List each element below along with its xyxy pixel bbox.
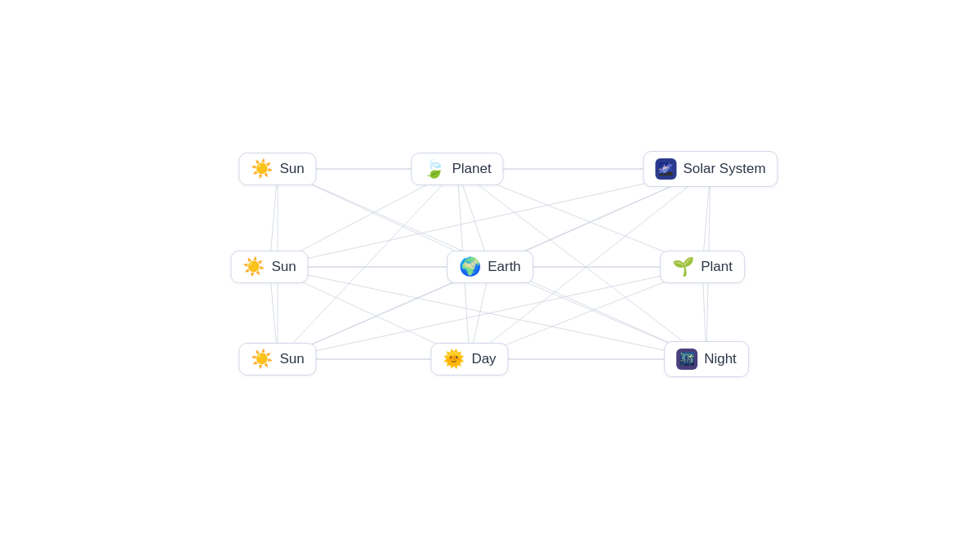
- sun1-label: Sun: [279, 161, 304, 177]
- sun3-label: Sun: [279, 351, 304, 367]
- node-sun1[interactable]: ☀️ Sun: [238, 153, 316, 185]
- earth-icon: 🌍: [459, 258, 481, 276]
- night-icon: 🌃: [676, 349, 697, 370]
- day-label: Day: [471, 351, 496, 367]
- solar-system-icon: 🌌: [655, 158, 676, 180]
- node-planet[interactable]: 🍃 Planet: [411, 153, 503, 185]
- node-solar[interactable]: 🌌 Solar System: [643, 151, 777, 187]
- node-day[interactable]: 🌞 Day: [430, 343, 508, 375]
- plant-label: Plant: [701, 259, 733, 275]
- planet-icon: 🍃: [423, 160, 445, 178]
- earth-label: Earth: [488, 259, 521, 275]
- sun1-icon: ☀️: [251, 160, 273, 178]
- node-sun3[interactable]: ☀️ Sun: [238, 343, 316, 375]
- sun2-icon: ☀️: [243, 258, 265, 276]
- node-earth[interactable]: 🌍 Earth: [447, 251, 533, 283]
- sun3-icon: ☀️: [251, 350, 273, 368]
- node-plant[interactable]: 🌱 Plant: [660, 251, 745, 283]
- node-night[interactable]: 🌃 Night: [664, 341, 749, 377]
- sun2-label: Sun: [271, 259, 296, 275]
- node-sun2[interactable]: ☀️ Sun: [230, 251, 308, 283]
- plant-icon: 🌱: [672, 258, 694, 276]
- night-label: Night: [704, 351, 737, 367]
- solar-label: Solar System: [683, 161, 765, 177]
- day-icon: 🌞: [443, 350, 465, 368]
- planet-label: Planet: [452, 161, 491, 177]
